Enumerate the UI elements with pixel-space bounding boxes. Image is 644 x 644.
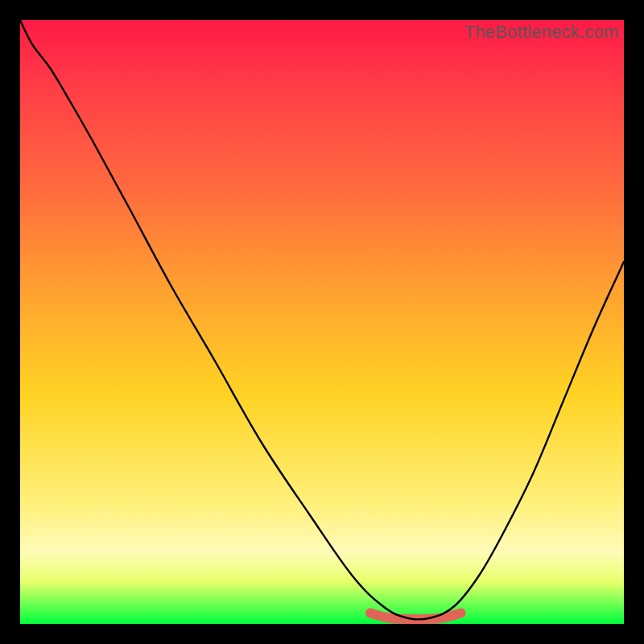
chart-svg xyxy=(20,20,624,624)
watermark-label: TheBottleneck.com xyxy=(464,22,619,43)
bottleneck-curve xyxy=(20,20,624,620)
chart-frame: TheBottleneck.com xyxy=(0,0,644,644)
plot-area: TheBottleneck.com xyxy=(20,20,624,624)
